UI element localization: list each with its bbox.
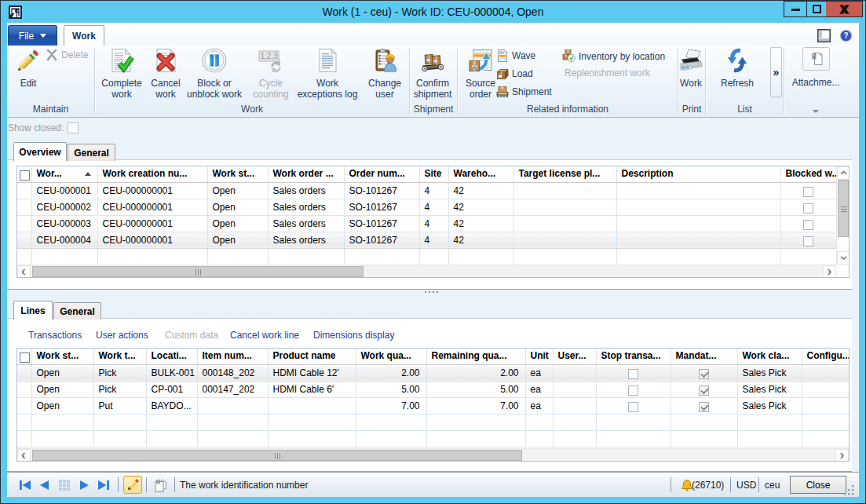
resize-grip[interactable] bbox=[844, 485, 854, 495]
horizontal-scrollbar[interactable] bbox=[17, 265, 836, 277]
column-header[interactable]: Target license pl... bbox=[513, 166, 616, 182]
first-record-icon[interactable] bbox=[19, 479, 31, 491]
tab-work[interactable]: Work bbox=[64, 25, 104, 46]
table-row[interactable]: OpenPickBULK-001000148_202HDMI Cable 12'… bbox=[17, 364, 849, 381]
column-header[interactable]: Product name bbox=[268, 349, 356, 364]
tab-overview[interactable]: Overview bbox=[13, 142, 67, 161]
block-unblock-work-button[interactable]: Block or unblock work bbox=[184, 48, 245, 100]
column-header[interactable]: Order num... bbox=[344, 166, 419, 182]
close-button[interactable]: Close bbox=[790, 476, 846, 494]
horizontal-scroll-thumb[interactable] bbox=[32, 450, 522, 461]
column-header[interactable]: Wor... bbox=[31, 166, 97, 182]
table-row[interactable]: CEU-000004CEU-000000001OpenSales ordersS… bbox=[17, 232, 836, 248]
table-row[interactable]: OpenPutBAYDO...7.007.00eaSales Pick bbox=[17, 397, 849, 414]
table-row[interactable]: CEU-000003CEU-000000001OpenSales ordersS… bbox=[17, 215, 836, 232]
table-row[interactable] bbox=[17, 414, 849, 430]
layout-panes-icon[interactable] bbox=[817, 29, 831, 42]
tab-general-upper[interactable]: General bbox=[68, 144, 115, 161]
edit-button[interactable]: Edit bbox=[6, 48, 50, 89]
column-header[interactable]: User... bbox=[553, 349, 596, 364]
column-header[interactable]: Work cla... bbox=[737, 349, 802, 364]
print-work-button[interactable]: Work bbox=[671, 48, 711, 89]
show-closed-checkbox[interactable] bbox=[68, 122, 79, 133]
scroll-up-button[interactable] bbox=[837, 166, 850, 180]
alert-count[interactable]: (26710) bbox=[692, 480, 724, 491]
wave-button[interactable]: Wave bbox=[496, 49, 535, 62]
tab-lines[interactable]: Lines bbox=[13, 301, 53, 320]
scroll-right-button[interactable] bbox=[835, 449, 849, 462]
dimensions-display-link[interactable]: Dimensions display bbox=[313, 330, 394, 341]
previous-record-icon[interactable] bbox=[38, 479, 50, 491]
cancel-work-button[interactable]: Cancel work bbox=[146, 48, 185, 100]
column-header[interactable]: Work st... bbox=[31, 349, 93, 364]
cancel-work-line-link[interactable]: Cancel work line bbox=[230, 330, 299, 341]
user-actions-link[interactable]: User actions bbox=[96, 330, 148, 341]
column-header[interactable]: Work order ... bbox=[268, 166, 344, 182]
column-header[interactable]: Remaining qua... bbox=[426, 349, 525, 364]
column-header[interactable]: Work t... bbox=[93, 349, 146, 364]
select-all-header[interactable] bbox=[17, 166, 31, 182]
column-header[interactable]: Wareho... bbox=[448, 166, 513, 182]
complete-work-button[interactable]: Complete work bbox=[97, 48, 146, 100]
ribbon-overflow-button[interactable]: » bbox=[770, 47, 782, 97]
shipment-button[interactable]: Shipment bbox=[496, 86, 552, 98]
next-record-icon[interactable] bbox=[79, 479, 91, 491]
help-icon[interactable]: ? bbox=[839, 29, 853, 42]
select-all-checkbox[interactable] bbox=[20, 170, 30, 181]
table-row[interactable] bbox=[17, 248, 836, 265]
work-exceptions-log-button[interactable]: Work exceptions log bbox=[293, 48, 362, 100]
paste-clipboard-icon[interactable] bbox=[155, 479, 166, 492]
load-button[interactable]: Load bbox=[496, 68, 533, 80]
table-row[interactable] bbox=[17, 430, 849, 447]
scroll-down-button[interactable] bbox=[837, 251, 850, 265]
select-all-header[interactable] bbox=[17, 349, 31, 364]
tab-general-lower[interactable]: General bbox=[53, 302, 101, 320]
table-row[interactable]: OpenPickCP-001000147_202HDMI Cable 6'5.0… bbox=[17, 381, 849, 397]
column-header[interactable]: Description bbox=[616, 166, 780, 182]
titlebar[interactable]: Work (1 - ceu) - Work ID: CEU-000004, Op… bbox=[1, 1, 865, 23]
source-order-button[interactable]: Source order bbox=[460, 48, 501, 100]
close-window-button[interactable] bbox=[826, 1, 863, 17]
table-row[interactable]: CEU-000002CEU-000000001OpenSales ordersS… bbox=[17, 199, 836, 215]
last-record-icon[interactable] bbox=[97, 479, 110, 491]
column-header[interactable]: Item num... bbox=[197, 349, 268, 364]
column-header[interactable]: Locati... bbox=[146, 349, 197, 364]
inventory-by-location-button[interactable]: Inventory by location bbox=[562, 49, 665, 63]
checkbox-unchecked[interactable] bbox=[803, 187, 813, 197]
confirm-shipment-button[interactable]: Confirm shipment bbox=[408, 48, 457, 100]
refresh-button[interactable]: Refresh bbox=[714, 48, 760, 89]
column-header[interactable]: Unit bbox=[525, 349, 553, 364]
change-user-button[interactable]: Change user bbox=[360, 48, 410, 100]
checkbox-unchecked[interactable] bbox=[628, 369, 638, 379]
attachments-button[interactable] bbox=[802, 47, 830, 71]
checkbox-unchecked[interactable] bbox=[628, 402, 638, 412]
scroll-left-button[interactable] bbox=[17, 265, 31, 278]
checkbox-unchecked[interactable] bbox=[803, 220, 813, 230]
checkbox-unchecked[interactable] bbox=[628, 385, 638, 396]
scroll-left-button[interactable] bbox=[17, 449, 31, 462]
column-header[interactable]: Configu... bbox=[802, 349, 849, 364]
transactions-link[interactable]: Transactions bbox=[28, 330, 82, 341]
column-header[interactable]: Mandat... bbox=[671, 349, 737, 364]
column-header[interactable]: Work creation nu... bbox=[97, 166, 207, 182]
maximize-button[interactable] bbox=[806, 1, 827, 17]
table-row[interactable]: CEU-000001CEU-000000001OpenSales ordersS… bbox=[17, 182, 836, 199]
horizontal-scrollbar[interactable] bbox=[17, 448, 849, 461]
minimize-button[interactable] bbox=[784, 1, 806, 17]
horizontal-scroll-thumb[interactable] bbox=[32, 266, 364, 277]
scroll-right-button[interactable] bbox=[823, 265, 836, 278]
checkbox-unchecked[interactable] bbox=[803, 236, 813, 247]
checkbox-unchecked[interactable] bbox=[803, 203, 813, 214]
vertical-scrollbar[interactable] bbox=[836, 166, 849, 265]
column-header[interactable]: Work st... bbox=[207, 166, 268, 182]
vertical-scroll-thumb[interactable] bbox=[838, 180, 849, 237]
splitter-handle[interactable] bbox=[425, 291, 440, 294]
column-header[interactable]: Site bbox=[419, 166, 448, 182]
column-header[interactable]: Stop transa... bbox=[596, 349, 671, 364]
column-header[interactable]: Work qua... bbox=[356, 349, 426, 364]
file-menu-button[interactable]: File bbox=[8, 25, 57, 46]
column-header[interactable]: Blocked w... bbox=[780, 166, 836, 182]
edit-record-toggle[interactable] bbox=[123, 476, 142, 494]
select-all-checkbox[interactable] bbox=[20, 352, 30, 363]
chevron-down-icon[interactable] bbox=[813, 110, 819, 113]
